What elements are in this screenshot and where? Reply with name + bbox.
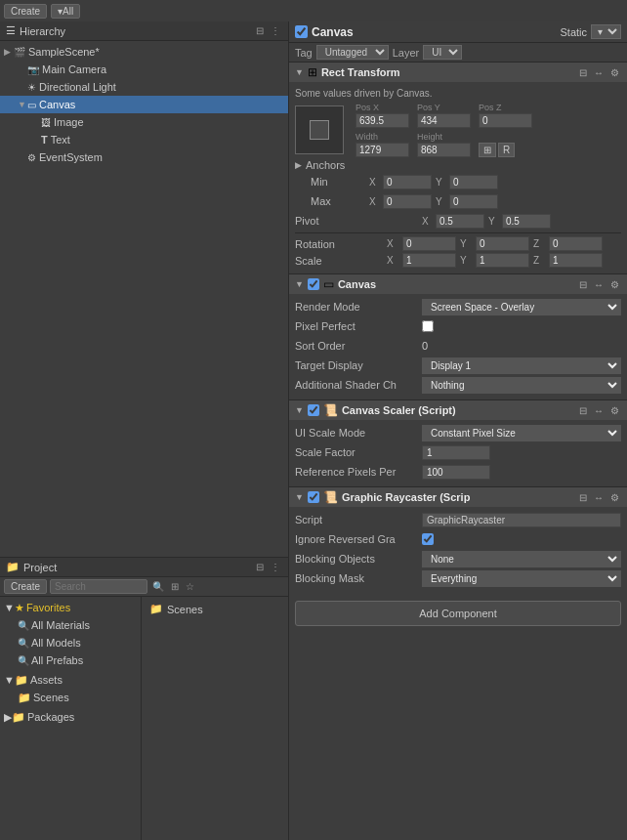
ignore-reversed-checkbox[interactable] <box>422 533 434 545</box>
anchors-min-y-input[interactable] <box>449 175 498 189</box>
scale-z-input[interactable] <box>549 253 603 268</box>
rect-btn3[interactable]: ⚙ <box>608 67 621 78</box>
pos-y-input[interactable] <box>417 113 471 128</box>
anchors-max-x-input[interactable] <box>383 194 432 209</box>
pivot-x-input[interactable] <box>436 214 484 229</box>
r-button[interactable]: R <box>498 143 515 157</box>
blocking-mask-select[interactable]: Everything <box>422 570 621 587</box>
rect-box-button[interactable]: ⊞ <box>479 143 496 157</box>
render-mode-row: Render Mode Screen Space - Overlay <box>295 298 621 315</box>
rotation-x-input[interactable] <box>402 236 456 251</box>
rotation-z-field: Z <box>533 236 603 251</box>
hierarchy-lock-icon[interactable]: ⊟ <box>254 25 266 36</box>
scenes-asset-item[interactable]: 📁 Scenes <box>146 601 284 617</box>
raycaster-btn1[interactable]: ⊟ <box>577 492 589 503</box>
tree-item-text[interactable]: T Text <box>0 131 288 148</box>
script-input[interactable] <box>422 513 621 527</box>
proj-assets-header[interactable]: ▼ 📁 Assets <box>0 671 141 689</box>
object-name: Canvas <box>312 25 556 39</box>
canvas-btn3[interactable]: ⚙ <box>608 279 621 290</box>
tree-item-canvas[interactable]: ▼ ▭ Canvas <box>0 96 288 113</box>
pos-z-input[interactable] <box>479 113 532 128</box>
scale-x-input[interactable] <box>402 253 456 268</box>
proj-all-models[interactable]: 🔍 All Models <box>0 634 141 651</box>
canvas-btn2[interactable]: ↔ <box>592 279 606 290</box>
rect-btn1[interactable]: ⊟ <box>577 67 589 78</box>
expand-arrow-icon: ▼ <box>18 100 27 109</box>
proj-packages-header[interactable]: ▶ 📁 Packages <box>0 708 141 726</box>
project-filter-icon[interactable]: ⊞ <box>169 581 181 592</box>
blocking-objects-select[interactable]: None <box>422 551 621 567</box>
static-dropdown[interactable]: ▾ <box>591 24 621 39</box>
pos-x-input[interactable] <box>355 113 409 128</box>
blocking-mask-row: Blocking Mask Everything <box>295 569 621 587</box>
project-more-icon[interactable]: ⋮ <box>269 562 282 572</box>
canvas-scaler-header[interactable]: ▼ 📜 Canvas Scaler (Script) ⊟ ↔ ⚙ <box>289 400 627 420</box>
anchors-max-y-input[interactable] <box>449 194 498 209</box>
scaler-btn1[interactable]: ⊟ <box>577 405 589 416</box>
raycaster-active-checkbox[interactable] <box>308 491 319 503</box>
pos-row: Pos X Pos Y Pos Z <box>295 103 621 157</box>
proj-scenes-folder[interactable]: 📁 Scenes <box>0 689 141 706</box>
layer-select[interactable]: UI <box>423 45 462 60</box>
rotation-y-input[interactable] <box>476 236 529 251</box>
proj-all-prefabs[interactable]: 🔍 All Prefabs <box>0 651 141 669</box>
scaler-active-checkbox[interactable] <box>308 404 319 416</box>
project-star-icon[interactable]: ☆ <box>184 581 196 592</box>
tree-item-main-camera[interactable]: 📷 Main Camera <box>0 61 288 78</box>
project-lock-icon[interactable]: ⊟ <box>254 562 266 572</box>
raycaster-expand-icon: ▼ <box>295 492 304 502</box>
scale-factor-input[interactable] <box>422 445 490 460</box>
anchors-min-x-input[interactable] <box>383 175 432 189</box>
anchors-max-row: Max X Y <box>311 192 621 210</box>
tree-item-image[interactable]: 🖼 Image <box>0 113 288 131</box>
width-input[interactable] <box>355 143 409 157</box>
tree-item-event-system[interactable]: ⚙ EventSystem <box>0 148 288 166</box>
rotation-row: Rotation X Y Z <box>295 236 621 251</box>
project-search-icon[interactable]: 🔍 <box>150 581 166 592</box>
scenes-asset-icon: 📁 <box>149 603 163 615</box>
inspector-header: Canvas Static ▾ <box>289 21 627 43</box>
canvas-btn1[interactable]: ⊟ <box>577 279 589 290</box>
object-active-checkbox[interactable] <box>295 25 308 38</box>
target-display-select[interactable]: Display 1 <box>422 357 621 374</box>
rotation-y-field: Y <box>460 236 529 251</box>
proj-favorites-header[interactable]: ▼ ★ Favorites <box>0 599 141 616</box>
raycaster-btn2[interactable]: ↔ <box>592 492 606 503</box>
pivot-y-input[interactable] <box>502 214 551 229</box>
rotation-z-input[interactable] <box>549 236 603 251</box>
create-button[interactable]: Create <box>4 4 47 19</box>
height-input[interactable] <box>417 143 471 157</box>
ui-scale-select[interactable]: Constant Pixel Size <box>422 425 621 441</box>
canvas-component-header[interactable]: ▼ ▭ Canvas ⊟ ↔ ⚙ <box>289 274 627 294</box>
rect-transform-header[interactable]: ▼ ⊞ Rect Transform ⊟ ↔ ⚙ <box>289 63 627 82</box>
scaler-btn2[interactable]: ↔ <box>592 405 606 416</box>
tree-item-sample-scene[interactable]: ▶ 🎬 SampleScene* <box>0 43 288 61</box>
render-mode-label: Render Mode <box>295 301 422 313</box>
scaler-comp-buttons: ⊟ ↔ ⚙ <box>577 405 621 416</box>
rect-btn2[interactable]: ↔ <box>592 67 606 78</box>
add-component-button[interactable]: Add Component <box>295 601 621 626</box>
all-button[interactable]: ▾All <box>51 4 80 19</box>
raycaster-btn3[interactable]: ⚙ <box>608 492 621 503</box>
graphic-raycaster-header[interactable]: ▼ 📜 Graphic Raycaster (Scrip ⊟ ↔ ⚙ <box>289 487 627 507</box>
pixel-perfect-checkbox[interactable] <box>422 320 434 332</box>
project-search-input[interactable] <box>50 579 147 594</box>
additional-shader-select[interactable]: Nothing <box>422 377 621 394</box>
canvas-active-checkbox[interactable] <box>308 278 319 290</box>
search-icon2: 🔍 <box>18 638 29 649</box>
reference-pixels-input[interactable] <box>422 465 490 480</box>
all-materials-label: All Materials <box>31 619 90 631</box>
project-content: ▼ ★ Favorites 🔍 All Materials 🔍 All Mode… <box>0 597 288 840</box>
render-mode-select[interactable]: Screen Space - Overlay <box>422 299 621 315</box>
height-label: Height <box>417 132 471 142</box>
scaler-btn3[interactable]: ⚙ <box>608 405 621 416</box>
project-create-button[interactable]: Create <box>4 579 47 594</box>
hierarchy-more-icon[interactable]: ⋮ <box>269 25 282 36</box>
tree-item-directional-light[interactable]: ☀ Directional Light <box>0 78 288 96</box>
scale-y-input[interactable] <box>476 253 529 268</box>
packages-label: Packages <box>27 711 74 723</box>
tag-select[interactable]: Untagged <box>316 45 389 60</box>
hierarchy-label: Hierarchy <box>20 25 65 37</box>
proj-all-materials[interactable]: 🔍 All Materials <box>0 616 141 634</box>
